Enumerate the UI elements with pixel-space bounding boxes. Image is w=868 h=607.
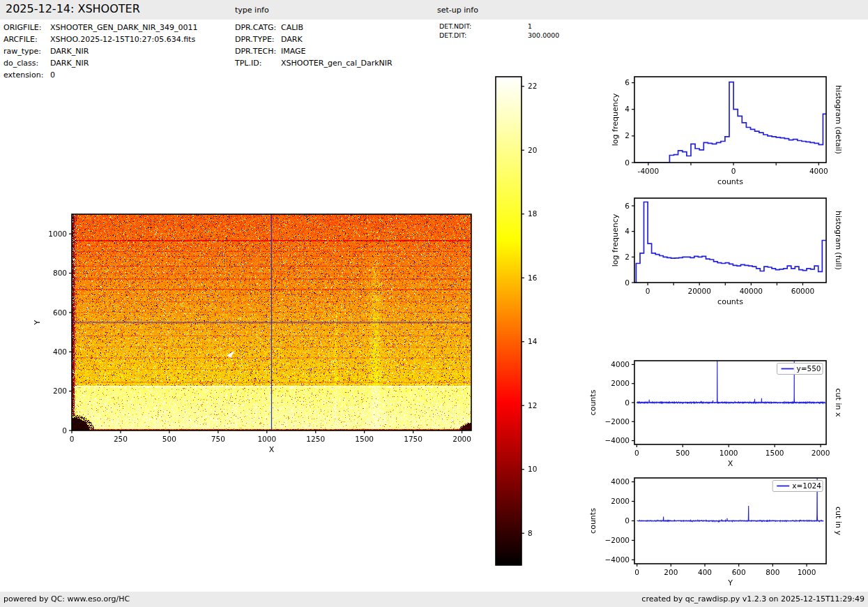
svg-text:10: 10 xyxy=(528,465,537,473)
svg-text:y=550: y=550 xyxy=(797,364,821,373)
svg-text:Y: Y xyxy=(33,320,42,325)
svg-text:0: 0 xyxy=(625,516,630,525)
cut-y-series-line xyxy=(637,476,824,522)
metadata-label: DPR.TYPE: xyxy=(235,33,281,45)
metadata-row: ARCFILE:XSHOO.2025-12-15T10:27:05.634.fi… xyxy=(3,33,197,45)
svg-text:1500: 1500 xyxy=(766,449,784,457)
svg-text:750: 750 xyxy=(211,435,225,443)
metadata-value: CALIB xyxy=(281,23,303,32)
metadata-label: DET.DIT: xyxy=(439,31,528,40)
metadata-value: XSHOO.2025-12-15T10:27:05.634.fits xyxy=(50,35,195,44)
svg-text:40000: 40000 xyxy=(740,287,763,295)
svg-text:400: 400 xyxy=(698,568,712,576)
svg-text:x=1024: x=1024 xyxy=(792,481,821,490)
svg-text:1500: 1500 xyxy=(355,435,374,443)
svg-text:1000: 1000 xyxy=(798,568,816,576)
svg-text:−2000: −2000 xyxy=(604,417,630,426)
svg-text:600: 600 xyxy=(732,568,746,576)
svg-text:4000: 4000 xyxy=(611,360,630,368)
svg-text:20000: 20000 xyxy=(688,287,711,295)
svg-text:800: 800 xyxy=(766,568,779,576)
cut-y-legend: x=1024 xyxy=(772,481,823,492)
metadata-label: do_class: xyxy=(3,57,50,69)
svg-text:18: 18 xyxy=(528,209,537,218)
svg-text:1000: 1000 xyxy=(719,449,738,457)
type-info-block: DPR.CATG:CALIB DPR.TYPE:DARK DPR.TECH:IM… xyxy=(235,22,393,69)
cut-y-chart: x=102402004006008001000−4000−20000200040… xyxy=(588,476,843,587)
svg-text:250: 250 xyxy=(114,435,128,443)
svg-text:400: 400 xyxy=(53,347,67,356)
svg-text:20: 20 xyxy=(528,146,537,154)
metadata-label: ARCFILE: xyxy=(3,33,50,45)
metadata-value: 300.0000 xyxy=(528,31,559,39)
metadata-row: do_class:DARK_NIR xyxy=(3,57,197,69)
svg-text:1250: 1250 xyxy=(306,435,325,443)
cut-x-series-line xyxy=(637,359,825,403)
svg-text:2000: 2000 xyxy=(452,435,471,443)
hist-full-series-line xyxy=(634,202,826,283)
svg-text:6: 6 xyxy=(625,78,630,87)
svg-text:4000: 4000 xyxy=(611,477,630,486)
svg-text:2000: 2000 xyxy=(611,497,630,505)
footer-left-text: powered by QC: www.eso.org/HC xyxy=(3,594,130,604)
metadata-label: DPR.TECH: xyxy=(235,45,281,57)
svg-text:0: 0 xyxy=(731,167,736,175)
svg-text:log frequency: log frequency xyxy=(611,213,620,267)
metadata-label: TPL.ID: xyxy=(235,57,281,69)
svg-text:6: 6 xyxy=(625,202,630,210)
metadata-row: raw_type:DARK_NIR xyxy=(3,45,197,57)
setup-info-header: set-up info xyxy=(437,6,478,15)
metadata-row: DPR.TYPE:DARK xyxy=(235,33,393,45)
hist-detail-chart: -4000040000246countslog frequencyhistogr… xyxy=(611,77,843,186)
svg-text:counts: counts xyxy=(588,508,597,534)
metadata-value: XSHOOTER_gen_cal_DarkNIR xyxy=(281,59,393,68)
file-info-block: ORIGFILE:XSHOOTER_GEN_DARK_NIR_349_0011 … xyxy=(3,22,197,81)
svg-text:−4000: −4000 xyxy=(604,436,630,444)
hist-detail-series-line xyxy=(634,82,826,163)
svg-text:500: 500 xyxy=(676,449,690,457)
svg-text:22: 22 xyxy=(528,82,537,90)
cut-x-chart: y=5500500100015002000−4000−2000020004000… xyxy=(588,359,843,468)
svg-text:4: 4 xyxy=(625,105,630,113)
svg-text:−4000: −4000 xyxy=(604,555,630,564)
type-info-header: type info xyxy=(235,6,269,15)
metadata-value: 1 xyxy=(528,22,532,30)
svg-text:0: 0 xyxy=(625,158,630,167)
cut-x-legend: y=550 xyxy=(777,364,823,375)
svg-text:histogram (full): histogram (full) xyxy=(834,211,843,270)
svg-text:14: 14 xyxy=(528,337,538,345)
svg-text:X: X xyxy=(269,445,275,454)
svg-text:0: 0 xyxy=(634,449,639,457)
svg-text:2: 2 xyxy=(625,253,630,261)
metadata-row: ORIGFILE:XSHOOTER_GEN_DARK_NIR_349_0011 xyxy=(3,22,197,33)
svg-text:8: 8 xyxy=(528,529,533,537)
metadata-label: ORIGFILE: xyxy=(3,22,50,33)
svg-text:counts: counts xyxy=(717,177,743,186)
svg-text:16: 16 xyxy=(528,273,538,282)
metadata-value: IMAGE xyxy=(281,47,306,56)
svg-text:0: 0 xyxy=(70,435,75,443)
colorbar-gradient xyxy=(496,77,521,565)
svg-text:1000: 1000 xyxy=(48,230,67,238)
svg-text:1750: 1750 xyxy=(404,435,422,443)
page-title: 2025-12-14: XSHOOTER xyxy=(6,2,140,15)
metadata-label: DET.NDIT: xyxy=(439,22,528,31)
svg-text:0: 0 xyxy=(625,278,630,287)
svg-text:cut in x: cut in x xyxy=(834,389,843,417)
svg-text:0: 0 xyxy=(634,568,639,576)
svg-text:cut in y: cut in y xyxy=(834,507,843,535)
metadata-value: DARK xyxy=(281,35,303,44)
svg-text:−2000: −2000 xyxy=(604,536,630,544)
setup-info-block: DET.NDIT:1 DET.DIT:300.0000 xyxy=(439,22,559,40)
svg-text:histogram (detail): histogram (detail) xyxy=(834,85,843,154)
footer-right-text: created by qc_rawdisp.py v1.2.3 on 2025-… xyxy=(641,594,865,604)
svg-text:2000: 2000 xyxy=(812,449,830,457)
metadata-value: DARK_NIR xyxy=(50,59,89,68)
svg-text:4: 4 xyxy=(625,227,630,235)
metadata-row: DPR.TECH:IMAGE xyxy=(235,45,393,57)
metadata-label: extension: xyxy=(3,69,50,81)
metadata-value: XSHOOTER_GEN_DARK_NIR_349_0011 xyxy=(50,23,197,32)
metadata-row: DPR.CATG:CALIB xyxy=(235,22,393,33)
svg-text:800: 800 xyxy=(53,269,67,277)
svg-text:counts: counts xyxy=(717,297,743,306)
